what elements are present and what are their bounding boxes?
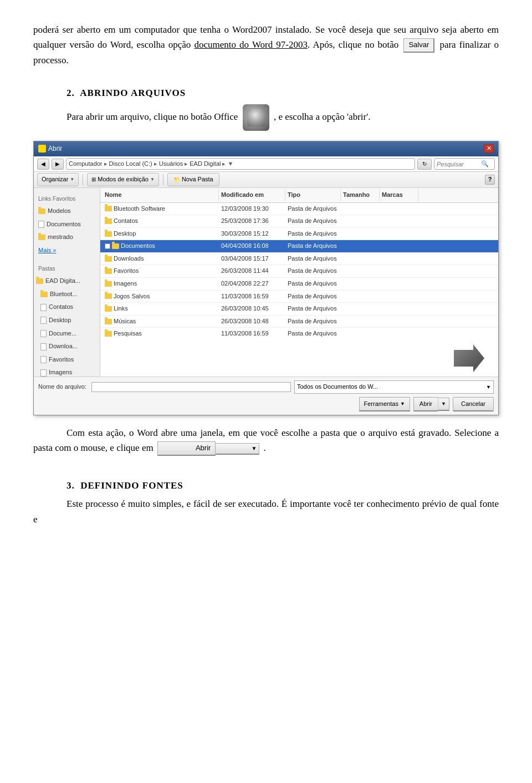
- folder-icon: [112, 243, 119, 249]
- table-row[interactable]: Desktop30/03/2008 15:12Pasta de Arquivos: [100, 228, 498, 241]
- filetype-dropdown[interactable]: Todos os Documentos do W... ▼: [294, 380, 494, 394]
- organize-label: Organizar: [42, 175, 68, 185]
- table-row[interactable]: Imagens02/04/2008 22:27Pasta de Arquivos: [100, 278, 498, 291]
- abrir-arrow[interactable]: ▼: [438, 398, 449, 410]
- doc-link: documento do Word 97-2003: [194, 39, 308, 50]
- abrir-inline-button[interactable]: Abrir ▼: [157, 441, 259, 456]
- bluetooth-folder-icon: [40, 292, 48, 297]
- search-input[interactable]: [437, 161, 481, 167]
- dialog-close-button[interactable]: ✕: [484, 144, 494, 153]
- forward-button[interactable]: ▶: [52, 159, 64, 170]
- file-list[interactable]: Bluetooth Software12/03/2008 19:30Pasta …: [100, 203, 498, 340]
- table-row[interactable]: Músicas26/03/2008 10:48Pasta de Arquivos: [100, 316, 498, 328]
- help-button[interactable]: ?: [485, 175, 495, 185]
- dialog-addressbar[interactable]: ◀ ▶ Computador ▸ Disco Local (C:) ▸ Usuá…: [34, 156, 498, 172]
- file-marks: [380, 221, 418, 222]
- sidebar-item-mais[interactable]: Mais »: [34, 244, 100, 257]
- file-name-cell: Músicas: [103, 316, 219, 327]
- abrir-inline-main[interactable]: Abrir: [157, 441, 216, 456]
- dialog-title-text: Abrir: [48, 144, 62, 154]
- filename-input[interactable]: [91, 382, 291, 392]
- sidebar-desktop-label: Desktop: [49, 316, 71, 326]
- search-icon: 🔍: [481, 159, 489, 169]
- sidebar-item-models[interactable]: Modelos: [34, 205, 100, 218]
- file-name-cell: Documentos: [103, 241, 219, 252]
- table-row[interactable]: Documentos04/04/2008 16:08Pasta de Arqui…: [100, 240, 498, 253]
- abrir-inline-arrow[interactable]: ▼: [216, 443, 259, 455]
- sidebar-item-favorites[interactable]: Favoritos: [34, 353, 100, 367]
- section3-heading: 3. Definindo Fontes: [33, 478, 499, 493]
- col-modified[interactable]: Modificado em: [219, 189, 285, 201]
- sidebar-item-desktop[interactable]: Desktop: [34, 314, 100, 327]
- file-modified: 26/03/2008 10:48: [219, 316, 285, 327]
- file-size: [341, 221, 380, 222]
- new-folder-button[interactable]: 📁 Nova Pasta: [167, 173, 219, 186]
- breadcrumb-users: Usuários: [159, 159, 183, 169]
- sidebar-item-docs[interactable]: Documentos: [34, 218, 100, 231]
- sidebar-item-images[interactable]: Imagens: [34, 366, 100, 376]
- file-name-cell: Pesquisas: [103, 328, 219, 339]
- file-marks: [380, 321, 418, 322]
- office-button-icon[interactable]: [243, 104, 269, 131]
- file-size: [341, 308, 380, 309]
- file-name-cell: Imagens: [103, 278, 219, 289]
- filename-label: Nome do arquivo:: [38, 382, 88, 392]
- table-row[interactable]: Favoritos26/03/2008 11:44Pasta de Arquiv…: [100, 265, 498, 278]
- table-row[interactable]: Jogos Salvos11/03/2008 16:59Pasta de Arq…: [100, 291, 498, 303]
- back-button[interactable]: ◀: [37, 159, 49, 170]
- sidebar-item-documents2[interactable]: Docume...: [34, 327, 100, 340]
- col-type[interactable]: Tipo: [285, 189, 341, 201]
- sidebar-item-contacts[interactable]: Contatos: [34, 301, 100, 314]
- file-name-cell: Jogos Salvos: [103, 291, 219, 302]
- sidebar-links-label: Links Favoritos: [34, 194, 100, 205]
- sidebar-item-ead[interactable]: EAD Digita...: [34, 274, 100, 288]
- search-bar[interactable]: 🔍: [434, 158, 495, 170]
- mestrado-folder-icon: [38, 235, 45, 240]
- abrir-button[interactable]: Abrir ▼: [413, 397, 449, 412]
- ead-folder-icon: [36, 278, 43, 284]
- file-modified: 11/03/2008 16:59: [219, 328, 285, 339]
- refresh-button[interactable]: ↻: [417, 159, 432, 170]
- salvar-button[interactable]: Salvar: [403, 38, 434, 53]
- row-checkbox[interactable]: [105, 243, 110, 249]
- file-name-cell: Favoritos: [103, 266, 219, 277]
- favorites-icon: [40, 356, 47, 363]
- breadcrumb-disk: Disco Local (C:): [109, 159, 152, 169]
- cancelar-button[interactable]: Cancelar: [453, 397, 494, 412]
- table-row[interactable]: Links26/03/2008 10:45Pasta de Arquivos: [100, 303, 498, 316]
- col-nome[interactable]: Nome: [103, 189, 219, 201]
- arrow-graphic: [454, 344, 487, 372]
- file-modified: 26/03/2008 10:45: [219, 303, 285, 314]
- sidebar-item-bluetooth[interactable]: Bluetoot...: [34, 288, 100, 301]
- sidebar-item-downloads[interactable]: Downloa...: [34, 340, 100, 353]
- breadcrumb-dropdown[interactable]: ▼: [227, 159, 233, 169]
- table-row[interactable]: Bluetooth Software12/03/2008 19:30Pasta …: [100, 203, 498, 216]
- table-row[interactable]: Pesquisas11/03/2008 16:59Pasta de Arquiv…: [100, 328, 498, 339]
- file-name: Jogos Salvos: [114, 292, 150, 302]
- file-name-cell: Contatos: [103, 216, 219, 227]
- sidebar-item-mestrado[interactable]: mestrado: [34, 231, 100, 244]
- bottom-paragraph: Com esta ação, o Word abre uma janela, e…: [33, 425, 499, 456]
- toolbar-sep2: [163, 174, 163, 185]
- table-row[interactable]: Downloads03/04/2008 15:17Pasta de Arquiv…: [100, 253, 498, 266]
- organize-button[interactable]: Organizar ▼: [37, 173, 79, 186]
- breadcrumb-sep1: ▸: [104, 159, 108, 169]
- breadcrumb-path[interactable]: Computador ▸ Disco Local (C:) ▸ Usuários…: [66, 158, 415, 170]
- col-marks[interactable]: Marcas: [380, 189, 418, 201]
- docs-file-icon: [38, 221, 44, 228]
- col-size[interactable]: Tamanho: [341, 189, 380, 201]
- ferramentas-button[interactable]: Ferramentas ▼: [359, 397, 410, 412]
- view-button[interactable]: ⊞ Modos de exibição ▼: [87, 173, 159, 186]
- abrir-main[interactable]: Abrir: [413, 397, 438, 412]
- section2-body-end: , e escolha a opção 'abrir'.: [274, 111, 371, 121]
- bottom-text-1: Com esta ação, o Word abre uma janela, e…: [33, 428, 499, 453]
- file-marks: [380, 258, 418, 260]
- file-name: Imagens: [114, 279, 137, 289]
- desktop-icon: [40, 317, 47, 324]
- file-modified: 12/03/2008 19:30: [219, 204, 285, 215]
- folder-icon: [105, 256, 112, 262]
- folder-icon: [105, 231, 112, 237]
- docs2-icon: [40, 330, 47, 337]
- table-row[interactable]: Contatos25/03/2008 17:36Pasta de Arquivo…: [100, 215, 498, 228]
- file-name: Músicas: [114, 317, 136, 327]
